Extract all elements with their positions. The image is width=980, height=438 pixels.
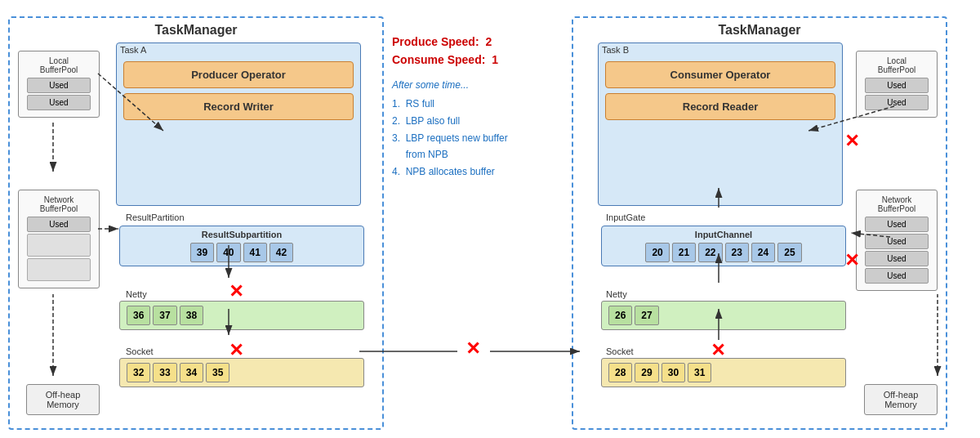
left-task-manager: TaskManager LocalBufferPool Used Used Ne… xyxy=(8,16,384,430)
subpart-cell-1: 40 xyxy=(216,243,240,262)
left-netty-cell-2: 38 xyxy=(180,306,203,325)
right-local-bp-label: LocalBufferPool xyxy=(862,56,932,74)
consumer-op-label: Consumer Operator xyxy=(670,69,771,81)
channel-cells-row: 20 21 22 23 24 25 xyxy=(605,243,842,262)
left-socket-cell-3: 35 xyxy=(206,363,229,382)
result-subpart-label: ResultSubpartition xyxy=(123,230,360,239)
info-box: Produce Speed: 2 Consume Speed: 1 After … xyxy=(392,33,555,181)
after-time-label: After some time... xyxy=(392,78,555,93)
consume-speed-value: 1 xyxy=(492,53,498,66)
input-gate-label: InputGate xyxy=(606,212,645,222)
channel-cell-2: 22 xyxy=(698,243,722,262)
right-network-bp-label: NetworkBufferPool xyxy=(862,195,932,213)
left-offheap: Off-heap Memory xyxy=(26,384,100,415)
right-netty-cell-0: 26 xyxy=(608,306,632,325)
right-socket-cell-1: 29 xyxy=(635,363,658,382)
diagram: TaskManager LocalBufferPool Used Used Ne… xyxy=(0,0,980,438)
left-netty-x: ✕ xyxy=(229,283,243,301)
right-network-bp: NetworkBufferPool Used Used Used Used xyxy=(856,190,938,291)
right-socket-row: 28 29 30 31 xyxy=(601,358,846,387)
right-tm-label: TaskManager xyxy=(718,23,800,38)
left-network-bp: NetworkBufferPool Used xyxy=(18,190,100,288)
consume-speed-label: Consume Speed: xyxy=(392,53,485,66)
left-netty-label: Netty xyxy=(126,289,147,299)
info-item-4: 4. NPB allocates buffer xyxy=(392,164,555,180)
left-socket-row: 32 33 34 35 xyxy=(119,358,364,387)
input-channel-label: InputChannel xyxy=(605,230,842,239)
channel-cell-3: 23 xyxy=(725,243,749,262)
left-lbp-used1: Used xyxy=(27,78,91,93)
right-nbp-x: ✕ xyxy=(844,252,859,270)
left-network-bp-label: NetworkBufferPool xyxy=(24,195,94,213)
left-lbp-used2: Used xyxy=(27,95,91,110)
consume-speed: Consume Speed: 1 xyxy=(392,51,555,69)
left-netty-cell-1: 37 xyxy=(153,306,176,325)
producer-op: Producer Operator xyxy=(123,61,354,88)
task-a-label: Task A xyxy=(117,43,360,56)
info-item-2: 2. LBP also full xyxy=(392,114,555,129)
left-local-bp-label: LocalBufferPool xyxy=(24,56,94,74)
channel-cell-5: 25 xyxy=(777,243,801,262)
right-socket-cell-0: 28 xyxy=(608,363,632,382)
right-local-bp: LocalBufferPool Used Used xyxy=(856,51,938,118)
right-nbp-used1: Used xyxy=(865,217,929,232)
left-socket-cell-1: 33 xyxy=(153,363,176,382)
left-local-bp: LocalBufferPool Used Used xyxy=(18,51,100,118)
left-socket-x: ✕ xyxy=(229,342,243,360)
producer-op-label: Producer Operator xyxy=(191,69,286,81)
left-offheap-label: Off-heap Memory xyxy=(46,390,81,409)
right-nbp-used4: Used xyxy=(865,268,929,284)
info-list: After some time... 1. RS full 2. LBP als… xyxy=(392,78,555,180)
right-socket-label: Socket xyxy=(606,346,634,356)
record-reader-label: Record Reader xyxy=(683,101,758,113)
produce-speed: Produce Speed: 2 xyxy=(392,33,555,51)
left-tm-label: TaskManager xyxy=(154,23,237,38)
right-lbp-used1: Used xyxy=(865,78,929,93)
subpart-cell-3: 42 xyxy=(270,243,293,262)
left-socket-cell-0: 32 xyxy=(127,363,150,382)
speed-info: Produce Speed: 2 Consume Speed: 1 xyxy=(392,33,555,69)
left-socket-cell-2: 34 xyxy=(180,363,203,382)
channel-cell-1: 21 xyxy=(672,243,696,262)
right-offheap: Off-heap Memory xyxy=(864,384,938,415)
subpart-cell-0: 39 xyxy=(190,243,214,262)
left-nbp-used1: Used xyxy=(27,217,91,232)
right-task-manager: TaskManager LocalBufferPool Used Used Ne… xyxy=(572,16,947,430)
consumer-op: Consumer Operator xyxy=(605,61,835,88)
left-netty-cell-0: 36 xyxy=(127,306,150,325)
right-socket-cell-3: 31 xyxy=(688,363,711,382)
info-item-1: 1. RS full xyxy=(392,96,555,112)
task-b-label: Task B xyxy=(599,43,842,56)
channel-cell-0: 20 xyxy=(645,243,669,262)
right-netty-label: Netty xyxy=(606,289,627,299)
record-writer: Record Writer xyxy=(123,93,354,120)
right-socket-x: ✕ xyxy=(710,342,725,360)
record-writer-label: Record Writer xyxy=(203,101,274,113)
right-netty-cell-1: 27 xyxy=(635,306,658,325)
right-lbp-used2: Used xyxy=(865,95,929,110)
subpart-cell-2: 41 xyxy=(243,243,267,262)
left-socket-label: Socket xyxy=(126,346,154,356)
info-item-3: 3. LBP requets new buffer from NPB xyxy=(392,131,555,162)
right-nbp-used2: Used xyxy=(865,234,929,249)
right-socket-cell-2: 30 xyxy=(662,363,685,382)
right-nbp-used3: Used xyxy=(865,251,929,266)
center-socket-x: ✕ xyxy=(466,340,480,358)
channel-cell-4: 24 xyxy=(751,243,775,262)
left-netty-row: 36 37 38 xyxy=(119,301,364,330)
input-channel-box: InputChannel 20 21 22 23 24 25 xyxy=(601,226,846,266)
right-lbp-x: ✕ xyxy=(844,132,859,150)
right-offheap-label: Off-heap Memory xyxy=(884,390,919,409)
produce-speed-value: 2 xyxy=(485,35,492,48)
produce-speed-label: Produce Speed: xyxy=(392,35,479,48)
result-subpart-box: ResultSubpartition 39 40 41 42 xyxy=(119,226,364,266)
subpart-cells-row: 39 40 41 42 xyxy=(123,243,360,262)
right-netty-row: 26 27 xyxy=(601,301,846,330)
task-b-box: Task B Consumer Operator Record Reader xyxy=(598,42,843,206)
task-a-box: Task A Producer Operator Record Writer xyxy=(116,42,361,206)
result-partition-label: ResultPartition xyxy=(126,212,185,222)
record-reader: Record Reader xyxy=(605,93,835,120)
